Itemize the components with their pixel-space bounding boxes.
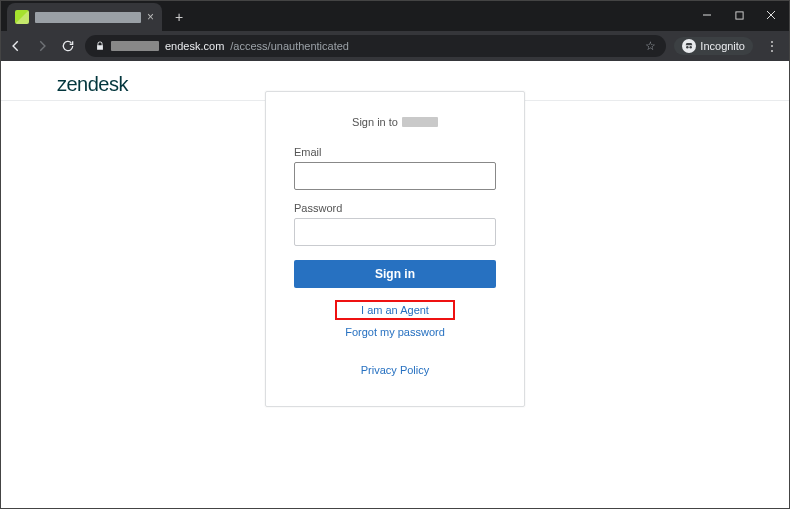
tab-bar: × + bbox=[1, 1, 789, 31]
back-button[interactable] bbox=[7, 37, 25, 55]
svg-point-5 bbox=[690, 46, 693, 49]
url-path: /access/unauthenticated bbox=[230, 40, 349, 52]
password-label: Password bbox=[294, 202, 496, 214]
browser-tab[interactable]: × bbox=[7, 3, 162, 31]
password-field[interactable] bbox=[294, 218, 496, 246]
email-field[interactable] bbox=[294, 162, 496, 190]
url-field[interactable]: endesk.com/access/unauthenticated ☆ bbox=[85, 35, 666, 57]
url-tenant-mask bbox=[111, 41, 159, 51]
forward-button[interactable] bbox=[33, 37, 51, 55]
brand-logo: zendesk bbox=[57, 73, 128, 96]
close-window-button[interactable] bbox=[757, 4, 785, 26]
signin-button[interactable]: Sign in bbox=[294, 260, 496, 288]
svg-rect-1 bbox=[735, 11, 742, 18]
tenant-name-mask bbox=[402, 117, 438, 127]
bookmark-icon[interactable]: ☆ bbox=[645, 39, 656, 53]
incognito-badge[interactable]: Incognito bbox=[674, 37, 753, 55]
privacy-link[interactable]: Privacy Policy bbox=[294, 364, 496, 376]
signin-heading: Sign in to bbox=[294, 116, 496, 128]
agent-link[interactable]: I am an Agent bbox=[335, 300, 455, 320]
incognito-label: Incognito bbox=[700, 40, 745, 52]
browser-menu-button[interactable]: ⋮ bbox=[761, 38, 783, 54]
maximize-button[interactable] bbox=[725, 4, 753, 26]
address-bar: endesk.com/access/unauthenticated ☆ Inco… bbox=[1, 31, 789, 61]
url-domain: endesk.com bbox=[165, 40, 224, 52]
email-label: Email bbox=[294, 146, 496, 158]
tab-title bbox=[35, 12, 141, 23]
reload-button[interactable] bbox=[59, 37, 77, 55]
login-card: Sign in to Email Password Sign in I am a… bbox=[265, 91, 525, 407]
new-tab-button[interactable]: + bbox=[172, 10, 186, 24]
close-tab-icon[interactable]: × bbox=[147, 10, 154, 24]
minimize-button[interactable] bbox=[693, 4, 721, 26]
lock-icon bbox=[95, 41, 105, 51]
favicon-icon bbox=[15, 10, 29, 24]
forgot-password-link[interactable]: Forgot my password bbox=[294, 326, 496, 338]
signin-prefix: Sign in to bbox=[352, 116, 398, 128]
page-body: zendesk Sign in to Email Password Sign i… bbox=[1, 61, 789, 508]
svg-point-4 bbox=[686, 46, 689, 49]
incognito-icon bbox=[682, 39, 696, 53]
